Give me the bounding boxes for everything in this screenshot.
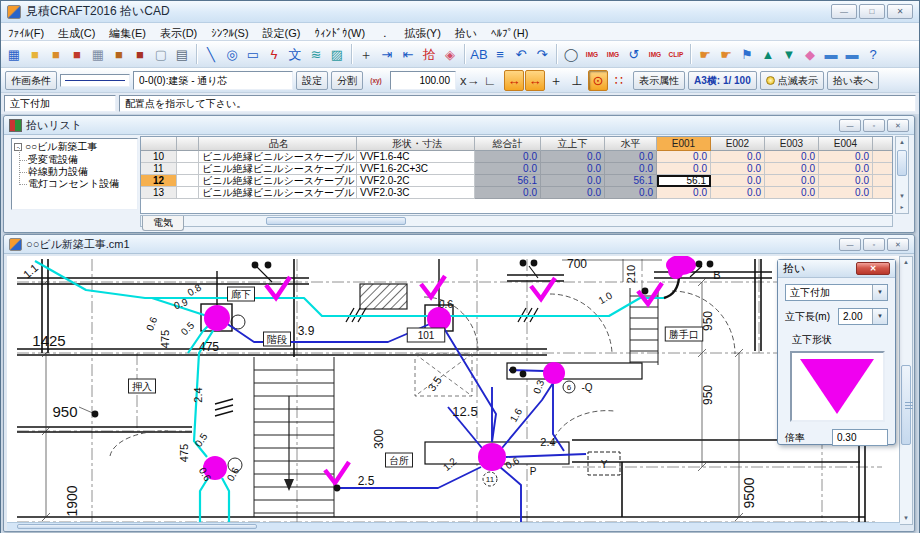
table-cell[interactable]: 0.0 [765,151,819,163]
snap-perp-icon[interactable]: ⊥ [567,70,587,91]
table-row[interactable]: 12ビニル絶縁ビニルシースケーブルVVF2.0-2C56.10.056.156.… [141,175,892,187]
pan-hand-icon[interactable]: ☛ [695,44,715,65]
column-header[interactable] [177,137,199,151]
minimize-button[interactable]: — [831,4,857,19]
menu-item[interactable]: ﾍﾙﾌﾟ(H) [484,27,535,39]
line-tool-icon[interactable]: ╲ [201,44,221,65]
open-file-icon[interactable]: ■ [25,44,45,65]
panel-a-icon[interactable]: ▬ [821,44,841,65]
tab-denki[interactable]: 電気 [142,216,184,231]
table-cell[interactable]: 0.0 [711,175,765,187]
snap-points-icon[interactable]: ∷ [609,70,629,91]
undo-icon[interactable]: ↶ [511,44,531,65]
column-header[interactable]: 形状・寸法 [357,137,475,151]
drop-length-select[interactable]: 2.00 ▼ [838,308,888,325]
clean-icon[interactable]: ◆ [800,44,820,65]
table-cell[interactable]: 0.0 [711,151,765,163]
hiroi-table-button[interactable]: 拾い表へ [827,71,879,90]
table-cell[interactable]: 0.0 [819,175,873,187]
table-cell[interactable]: 0.0 [475,187,541,199]
scroll-up-icon[interactable]: ▲ [900,257,912,268]
menu-item[interactable]: ﾌｧｲﾙ(F) [1,27,51,39]
table-cell[interactable]: 56.1 [605,175,657,187]
cad-titlebar[interactable]: ○○ビル新築工事.cm1 — ▫ ✕ [4,235,914,254]
zoom-icon[interactable]: ◯ [561,44,581,65]
table-cell[interactable]: ビニル絶縁ビニルシースケーブル [199,163,357,175]
table-cell[interactable] [177,151,199,163]
panel-b-icon[interactable]: ▬ [842,44,862,65]
menu-item[interactable]: ． [372,27,397,39]
table-cell[interactable]: 0.0 [657,151,711,163]
chevron-down-icon[interactable]: ▼ [872,309,887,324]
scroll-down-icon[interactable]: ▼ [896,191,908,202]
table-cell[interactable]: 11 [141,163,177,175]
table-cell[interactable]: VVF2.0-2C [357,175,475,187]
table-row[interactable]: 10ビニル絶縁ビニルシースケーブルVVF1.6-4C0.00.00.00.00.… [141,151,892,163]
help-icon[interactable]: ? [863,44,883,65]
table-cell[interactable]: 0.0 [541,163,605,175]
table-cell[interactable]: VVF2.0-3C [357,187,475,199]
dim-out-icon[interactable]: ⇤ [398,44,418,65]
table-cell[interactable]: 56.1 [475,175,541,187]
layer-field[interactable]: 0-0(0):建築 - 通り芯 [133,71,293,90]
menu-item[interactable]: ｼﾝ?ﾙ(S) [204,27,255,39]
drop-mode-select[interactable]: 立下付加 ▼ [785,284,888,301]
chevron-down-icon[interactable]: ▼ [872,285,887,300]
cloud-tool-icon[interactable]: ≋ [306,44,326,65]
open-dxf-icon[interactable]: ■ [46,44,66,65]
scroll-right-corner-icon[interactable]: ▸ [896,202,908,213]
paper-scale-button[interactable]: A3横: 1/ 100 [688,71,757,90]
column-header[interactable] [873,137,893,151]
hiroi-list-titlebar[interactable]: 拾いリスト — ▫ ✕ [4,116,914,135]
up-triangle-icon[interactable]: ▲ [758,44,778,65]
circle-tool-icon[interactable]: ◎ [222,44,242,65]
table-cell[interactable]: 0.0 [873,151,893,163]
restore-icon[interactable]: ▫ [863,238,885,251]
column-header[interactable] [141,137,177,151]
img-import-icon[interactable]: IMG [582,44,602,65]
print-icon[interactable]: ▤ [172,44,192,65]
cad-canvas[interactable]: 廊下階段押入101台所勝手口 1425950190047547547570021… [7,256,900,525]
table-cell[interactable]: 0.0 [765,187,819,199]
table-cell[interactable]: 0.0 [541,175,605,187]
tree-item[interactable]: 幹線動力設備 [12,166,137,178]
snap-cross-icon[interactable]: ＋ [546,70,566,91]
jump-flag-icon[interactable]: ⚑ [737,44,757,65]
table-cell[interactable]: 0.0 [541,187,605,199]
hiroi-count-icon[interactable]: 拾 [419,44,439,65]
open-jww-icon[interactable]: ■ [67,44,87,65]
column-header[interactable]: 総合計 [475,137,541,151]
column-header[interactable]: E001 [657,137,711,151]
table-cell[interactable]: 0.0 [873,187,893,199]
table-cell[interactable]: 0.0 [475,151,541,163]
table-cell[interactable]: ビニル絶縁ビニルシースケーブル [199,175,357,187]
menu-item[interactable]: 設定(G) [256,27,308,39]
list-horizontal-scrollbar[interactable] [140,215,893,227]
table-cell[interactable]: 0.0 [605,163,657,175]
table-cell[interactable]: 56.1 [657,175,711,187]
snap-end-icon[interactable]: ↔ [504,70,524,91]
table-cell[interactable]: VVF1.6-2C+3C [357,163,475,175]
scroll-down-icon[interactable]: ▼ [900,513,912,524]
blink-display-button[interactable]: 点滅表示 [760,71,824,90]
table-cell[interactable]: 10 [141,151,177,163]
table-cell[interactable]: 0.0 [657,187,711,199]
table-cell[interactable]: VVF1.6-4C [357,151,475,163]
close-icon[interactable]: ✕ [887,238,909,251]
text-tool-icon[interactable]: 文 [285,44,305,65]
img-clip-icon[interactable]: CLIP [666,44,686,65]
down-triangle-icon[interactable]: ▼ [779,44,799,65]
close-icon[interactable]: ✕ [887,119,909,132]
scale-value-field[interactable]: 100.00 [390,71,456,90]
table-cell[interactable] [177,163,199,175]
coord-corner-icon[interactable]: ∟ [480,70,500,91]
pickup-table[interactable]: 品名形状・寸法総合計立上下水平E001E002E003E00410ビニル絶縁ビニ… [140,136,893,214]
minimize-icon[interactable]: — [839,119,861,132]
layer-list-icon[interactable]: ≡ [490,44,510,65]
table-cell[interactable]: 0.0 [605,187,657,199]
hatch-tool-icon[interactable]: ▨ [327,44,347,65]
split-button[interactable]: 分割 [331,71,363,90]
column-header[interactable]: 水平 [605,137,657,151]
coord-abs-icon[interactable]: x→ [459,70,479,91]
crosshair-icon[interactable]: ＋ [356,44,376,65]
